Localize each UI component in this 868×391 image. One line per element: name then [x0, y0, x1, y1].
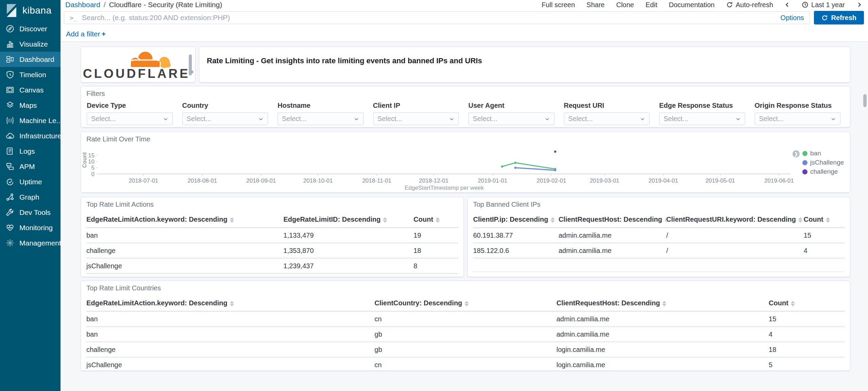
uptime-check-icon — [6, 177, 14, 186]
filter-select-client-ip[interactable]: Select... — [373, 113, 459, 125]
legend-item-challenge[interactable]: challenge — [802, 168, 844, 175]
time-range-picker[interactable]: Last 1 year — [802, 1, 845, 9]
svg-text:15: 15 — [88, 152, 95, 159]
table-row[interactable]: challengegblogin.camilia.me18 — [86, 342, 845, 357]
kibana-app: kibana DiscoverVisualizeDashboardTimelio… — [0, 0, 868, 391]
sidebar-item-timelion[interactable]: Timelion — [0, 67, 61, 82]
bar-chart-icon — [6, 40, 14, 48]
menu-item-edit[interactable]: Edit — [646, 1, 657, 9]
sidebar-item-dashboard[interactable]: Dashboard — [0, 52, 61, 67]
panel-title: Top Rate Limit Actions — [81, 197, 464, 208]
auto-refresh-button[interactable]: Auto-refresh — [726, 1, 773, 9]
add-filter-link[interactable]: Add a filter+ — [66, 30, 106, 38]
legend-item-jsChallenge[interactable]: jsChallenge — [802, 159, 844, 166]
sidebar-item-dev-tools[interactable]: Dev Tools — [0, 205, 61, 220]
search-input[interactable]: >_ Search... (e.g. status:200 AND extens… — [64, 11, 810, 24]
time-forward-chevron-icon[interactable] — [856, 2, 862, 7]
refresh-button[interactable]: Refresh — [814, 11, 864, 24]
table-row[interactable]: 60.191.38.77admin.camilia.me/15 — [473, 228, 845, 243]
table-row[interactable]: ban1,133,47919 — [86, 228, 458, 243]
column-header[interactable]: ClientRequestHost: Descending — [558, 211, 666, 228]
sort-icon — [465, 301, 469, 306]
filter-select-country[interactable]: Select... — [182, 113, 268, 125]
menu-item-share[interactable]: Share — [586, 1, 604, 9]
breadcrumb-separator: / — [104, 1, 106, 9]
sidebar-item-apm[interactable]: APM — [0, 159, 61, 174]
legend-toggle-icon[interactable]: ❯ — [792, 150, 800, 157]
query-options-link[interactable]: Options — [781, 14, 804, 22]
filter-controls: Device TypeSelect...CountrySelect...Host… — [81, 98, 850, 125]
table-row[interactable]: bancnadmin.camilia.me15 — [86, 311, 845, 327]
filter-select-origin-response-status[interactable]: Select... — [755, 113, 841, 125]
panel-title: Top Banned Client IPs — [468, 197, 850, 208]
panel-title: Top Rate Limit Countries — [81, 281, 850, 292]
top-rate-limit-countries-table: EdgeRateLimitAction.keyword: DescendingC… — [86, 295, 845, 371]
dashboard-icon — [6, 55, 14, 64]
column-header[interactable]: EdgeRateLimitID: Descending — [283, 211, 414, 228]
table-row[interactable]: jsChallenge1,239,4378 — [86, 258, 458, 274]
sidebar-item-discover[interactable]: Discover — [0, 21, 61, 36]
menu-item-documentation[interactable]: Documentation — [669, 1, 715, 9]
kibana-logo[interactable]: kibana — [0, 0, 61, 21]
table-row[interactable]: bangbadmin.camilia.me4 — [86, 327, 845, 342]
svg-text:2018-12-01: 2018-12-01 — [419, 177, 449, 184]
chevron-down-icon — [831, 116, 836, 122]
column-header[interactable]: ClientRequestURI.keyword: Descending — [666, 211, 804, 228]
sidebar-item-maps[interactable]: Maps — [0, 98, 61, 113]
time-back-chevron-icon[interactable] — [785, 2, 790, 7]
document-lines-icon — [6, 147, 14, 155]
table-row[interactable]: 185.122.0.6admin.camilia.me/4 — [473, 243, 845, 258]
cloud-icon — [6, 132, 14, 140]
column-header[interactable]: Count — [769, 295, 845, 311]
sort-icon — [230, 301, 234, 306]
table-row[interactable]: challenge1,353,87018 — [86, 243, 458, 258]
rate-limit-chart: 2018-07-012018-08-012018-09-012018-10-01… — [81, 132, 850, 192]
sidebar-item-uptime[interactable]: Uptime — [0, 174, 61, 189]
sidebar-item-machine-le[interactable]: Machine Le... — [0, 113, 61, 128]
page-scrollbar[interactable] — [863, 94, 867, 107]
legend-item-ban[interactable]: ban — [802, 150, 844, 157]
query-bar: >_ Search... (e.g. status:200 AND extens… — [61, 10, 868, 26]
filter-field-request-uri: Request URISelect... — [564, 102, 650, 125]
sidebar-item-monitoring[interactable]: Monitoring — [0, 220, 61, 235]
column-header[interactable]: Count — [804, 211, 845, 228]
sidebar-item-logs[interactable]: Logs — [0, 143, 61, 159]
table-row[interactable]: jsChallengecnlogin.camilia.me5 — [86, 357, 845, 371]
markdown-intro-panel: Rate Limiting - Get insights into rate l… — [199, 47, 850, 83]
filter-field-country: CountrySelect... — [182, 102, 268, 125]
column-header[interactable]: Count — [414, 211, 458, 228]
column-header[interactable]: ClientRequestHost: Descending — [556, 295, 769, 311]
dashboard-menu: Full screenShareCloneEditDocumentationAu… — [542, 1, 862, 9]
svg-text:2018-11-01: 2018-11-01 — [362, 177, 391, 184]
filter-field-user-agent: User AgentSelect... — [468, 102, 554, 125]
sidebar-item-graph[interactable]: Graph — [0, 189, 61, 205]
search-placeholder: Search... (e.g. status:200 AND extension… — [82, 14, 776, 22]
breadcrumb-dashboard-link[interactable]: Dashboard — [65, 1, 100, 9]
sidebar-item-canvas[interactable]: Canvas — [0, 82, 61, 98]
sidebar-item-infrastructure[interactable]: Infrastructure — [0, 128, 61, 143]
chevron-down-icon — [735, 116, 741, 122]
plus-icon: + — [101, 30, 105, 38]
column-header[interactable]: ClientCountry: Descending — [374, 295, 556, 311]
menu-item-full-screen[interactable]: Full screen — [542, 1, 575, 9]
menu-item-clone[interactable]: Clone — [616, 1, 634, 9]
filter-select-user-agent[interactable]: Select... — [468, 113, 554, 125]
sort-icon — [662, 301, 666, 306]
sidebar-item-visualize[interactable]: Visualize — [0, 36, 61, 52]
filter-select-edge-response-status[interactable]: Select... — [659, 113, 745, 125]
shield-clock-icon — [6, 70, 14, 79]
filter-select-device-type[interactable]: Select... — [87, 113, 173, 125]
refresh-icon — [821, 15, 828, 21]
panel-scrollbar[interactable] — [189, 54, 192, 75]
empty-row — [473, 258, 845, 272]
column-header[interactable]: EdgeRateLimitAction.keyword: Descending — [86, 211, 283, 228]
sort-icon — [383, 217, 387, 223]
filter-select-hostname[interactable]: Select... — [278, 113, 364, 125]
top-rate-limit-countries-panel: Top Rate Limit Countries EdgeRateLimitAc… — [81, 280, 850, 371]
filter-field-client-ip: Client IPSelect... — [373, 102, 459, 125]
sort-icon — [826, 217, 830, 223]
sidebar-item-management[interactable]: Management — [0, 235, 61, 251]
column-header[interactable]: ClientIP.ip: Descending — [473, 211, 558, 228]
filter-select-request-uri[interactable]: Select... — [564, 113, 650, 125]
column-header[interactable]: EdgeRateLimitAction.keyword: Descending — [86, 295, 374, 311]
